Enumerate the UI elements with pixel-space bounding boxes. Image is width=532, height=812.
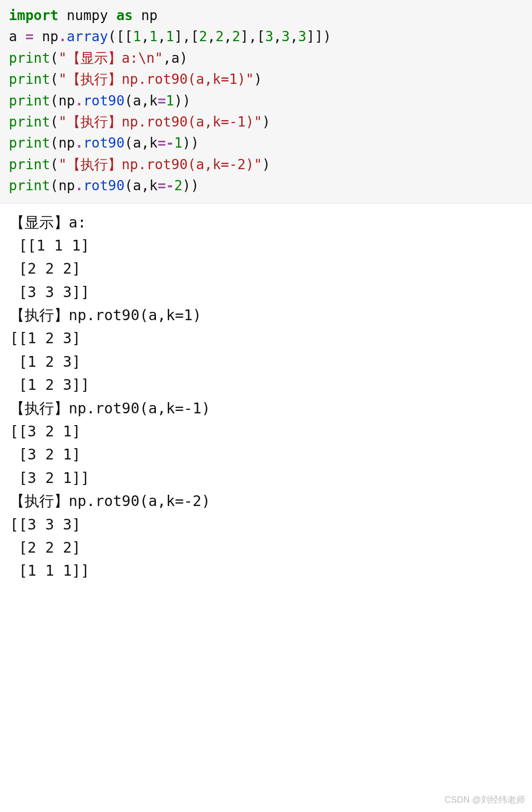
num: 2 bbox=[174, 178, 182, 194]
operator-eq: = bbox=[25, 28, 34, 45]
output-line: [[1 1 1] bbox=[10, 237, 90, 254]
fn-array: array bbox=[67, 28, 108, 45]
open-np: (np bbox=[50, 135, 75, 151]
minus: - bbox=[166, 135, 174, 151]
bracket: ],[ bbox=[240, 28, 265, 45]
comma: , bbox=[157, 28, 166, 45]
output-line: [3 2 1] bbox=[10, 446, 81, 463]
comma: , bbox=[207, 28, 216, 45]
output-line: [[3 2 1] bbox=[10, 423, 81, 440]
dot: . bbox=[75, 178, 83, 194]
output-line: 【执行】np.rot90(a,k=-1) bbox=[10, 400, 210, 417]
paren-close: ) bbox=[262, 114, 271, 130]
output-line: [[3 3 3] bbox=[10, 516, 81, 533]
num: 3 bbox=[298, 28, 306, 45]
output-line: [2 2 2] bbox=[10, 260, 81, 277]
num: 1 bbox=[174, 135, 182, 151]
output-line: 【显示】a: bbox=[10, 214, 86, 231]
paren-close: ) bbox=[254, 71, 262, 87]
paren: ( bbox=[50, 71, 58, 87]
comma: , bbox=[141, 28, 150, 45]
close: )) bbox=[182, 178, 199, 194]
output-line: 【执行】np.rot90(a,k=1) bbox=[10, 306, 202, 324]
paren-close: ]]) bbox=[306, 28, 331, 45]
string-literal: "【执行】np.rot90(a,k=1)" bbox=[58, 71, 254, 87]
num: 1 bbox=[150, 28, 158, 45]
np-ref: np bbox=[34, 28, 59, 45]
num: 1 bbox=[166, 28, 174, 45]
code-block: import numpy as np a = np.array([[1,1,1]… bbox=[0, 0, 532, 204]
dot: . bbox=[58, 28, 67, 45]
fn-rot90: rot90 bbox=[83, 93, 125, 109]
output-line: [1 2 3] bbox=[10, 353, 81, 370]
num: 2 bbox=[199, 28, 207, 45]
args: (a,k bbox=[125, 93, 157, 109]
output-line: 【执行】np.rot90(a,k=-2) bbox=[10, 492, 210, 509]
operator-eq: = bbox=[157, 178, 166, 194]
output-line: [2 2 2] bbox=[10, 539, 81, 556]
num: 2 bbox=[215, 28, 224, 45]
paren: ( bbox=[50, 156, 58, 173]
fn-rot90: rot90 bbox=[83, 135, 125, 151]
num: 1 bbox=[133, 28, 141, 45]
builtin-print: print bbox=[9, 50, 50, 66]
builtin-print: print bbox=[9, 156, 50, 173]
num: 1 bbox=[166, 93, 174, 109]
builtin-print: print bbox=[9, 93, 50, 109]
output-block: 【显示】a: [[1 1 1] [2 2 2] [3 3 3]] 【执行】np.… bbox=[0, 204, 532, 585]
open-np: (np bbox=[50, 93, 75, 109]
open-np: (np bbox=[50, 178, 75, 194]
operator-eq: = bbox=[157, 135, 166, 151]
comma: , bbox=[224, 28, 232, 45]
alias-np: np bbox=[133, 7, 158, 24]
comma: , bbox=[274, 28, 282, 45]
operator-eq: = bbox=[157, 93, 166, 109]
close: )) bbox=[174, 93, 191, 109]
string-literal: "【执行】np.rot90(a,k=-1)" bbox=[58, 114, 262, 130]
module-numpy: numpy bbox=[58, 7, 116, 24]
output-line: [[1 2 3] bbox=[10, 330, 81, 347]
var-a: a bbox=[9, 28, 25, 45]
comma: , bbox=[290, 28, 298, 45]
args-close: ,a) bbox=[163, 50, 188, 66]
fn-rot90: rot90 bbox=[83, 178, 125, 194]
dot: . bbox=[75, 135, 83, 151]
num: 3 bbox=[281, 28, 290, 45]
builtin-print: print bbox=[9, 135, 50, 151]
builtin-print: print bbox=[9, 178, 50, 194]
string-literal: "【显示】a:\n" bbox=[58, 50, 163, 66]
num: 3 bbox=[265, 28, 274, 45]
bracket: ],[ bbox=[174, 28, 199, 45]
num: 2 bbox=[232, 28, 240, 45]
paren: ( bbox=[50, 50, 58, 66]
output-line: [1 2 3]] bbox=[10, 376, 90, 393]
paren-open: ([[ bbox=[108, 28, 133, 45]
args: (a,k bbox=[125, 135, 157, 151]
string-literal: "【执行】np.rot90(a,k=-2)" bbox=[58, 156, 262, 173]
keyword-import: import bbox=[9, 7, 58, 24]
minus: - bbox=[166, 178, 174, 194]
paren-close: ) bbox=[262, 156, 271, 173]
args: (a,k bbox=[125, 178, 157, 194]
builtin-print: print bbox=[9, 114, 50, 130]
close: )) bbox=[182, 135, 199, 151]
keyword-as: as bbox=[116, 7, 133, 24]
paren: ( bbox=[50, 114, 58, 130]
builtin-print: print bbox=[9, 71, 50, 87]
output-line: [1 1 1]] bbox=[10, 562, 90, 579]
dot: . bbox=[75, 93, 83, 109]
output-line: [3 3 3]] bbox=[10, 283, 90, 301]
output-line: [3 2 1]] bbox=[10, 469, 90, 486]
